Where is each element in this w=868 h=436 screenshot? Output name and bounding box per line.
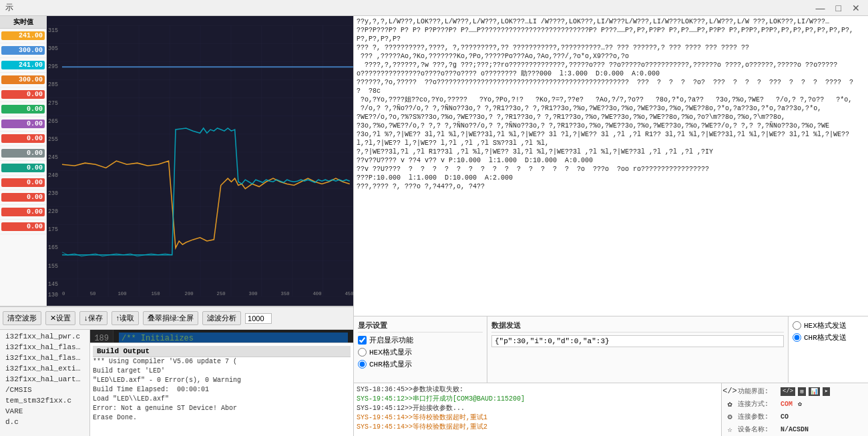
device-value: N/ACSDN	[781, 426, 809, 433]
device-icon: ☆	[724, 424, 735, 435]
channel-value: 0.00	[1, 120, 45, 128]
hex-send-option: HEX格式发送	[793, 320, 864, 331]
code-line-189: /** Initializes	[119, 333, 348, 343]
svg-text:400: 400	[312, 291, 321, 296]
file-tree: i32f1xx_hal_pwr.ci32f1xx_hal_flash.ci32f…	[0, 330, 90, 436]
file-tree-item[interactable]: i32f1xx_hal_flash_ex.c	[0, 353, 89, 363]
screen-button[interactable]: 叠翠捐绿:全屏	[143, 311, 198, 325]
channel-item: 0.00	[0, 132, 46, 146]
code-content[interactable]: /** Initializes * in the RCC Osc	[114, 330, 353, 343]
status-item-interface: </> 功能界面: </> ⊞ 📊 ➤	[724, 386, 865, 397]
channel-item: 0.00	[0, 117, 46, 132]
save-button[interactable]: ↓保存	[79, 311, 107, 325]
right-status-panel: </> 功能界面: </> ⊞ 📊 ➤ ✿ 连接方式: COM ✿	[721, 383, 868, 436]
params-icon: ⚙	[724, 411, 735, 422]
status-item-params: ⚙ 连接参数: CO	[724, 411, 865, 422]
status-item-device: ☆ 设备名称: N/ACSDN	[724, 424, 865, 435]
file-tree-item[interactable]: /CMSIS	[0, 385, 89, 395]
channel-item: 300.00	[0, 43, 46, 58]
enable-display-checkbox[interactable]	[358, 336, 367, 345]
hex-send-radio[interactable]	[793, 321, 801, 330]
file-tree-item[interactable]: i32f1xx_hal_pwr.c	[0, 331, 89, 342]
line-numbers: 189 190	[90, 330, 114, 343]
count-input[interactable]	[245, 313, 272, 324]
file-tree-item[interactable]: i32f1xx_hal_flash.c	[0, 342, 89, 353]
clear-waveform-button[interactable]: 清空波形	[3, 311, 41, 325]
chart-canvas[interactable]: 315 305 295 285 275 265 255 245 240 230 …	[47, 16, 353, 306]
status-item-connection: ✿ 连接方式: COM ✿	[724, 399, 865, 409]
svg-text:240: 240	[48, 172, 58, 179]
chr-send-label: CHR格式发送	[804, 333, 847, 343]
interface-icons-row: </> ⊞ 📊 ➤	[781, 387, 830, 396]
svg-text:285: 285	[48, 81, 58, 88]
channel-value: 0.00	[1, 193, 45, 202]
svg-text:150: 150	[151, 291, 160, 296]
channel-value: 0.00	[1, 134, 45, 143]
send-options-panel: HEX格式发送 CHR格式发送	[788, 316, 868, 383]
svg-text:300: 300	[249, 291, 258, 296]
svg-text:350: 350	[281, 291, 290, 296]
line-num-189: 189	[94, 333, 109, 343]
display-settings-title: 显示设置	[358, 320, 483, 333]
settings-button[interactable]: ✕设置	[45, 311, 75, 325]
data-send-panel: 数据发送	[487, 316, 788, 383]
channel-item: 0.00	[0, 176, 46, 190]
svg-text:265: 265	[48, 118, 58, 125]
main-layout: 实时值 241.00300.00241.00300.000.000.000.00…	[0, 16, 868, 436]
code-keyword-span: /** Initializes	[122, 334, 194, 343]
file-tree-item[interactable]: i32f1xx_hal_exti.c	[0, 363, 89, 374]
enable-display-label: 开启显示功能	[369, 335, 413, 345]
chr-display-radio[interactable]	[358, 360, 367, 369]
svg-text:315: 315	[48, 27, 58, 34]
minimize-button[interactable]: —	[813, 3, 828, 13]
maximize-button[interactable]: □	[833, 3, 844, 13]
text-display-area: ??y,?,?,L/W???,LOK???,L/W???,L/W???,LOK?…	[354, 16, 868, 316]
log-entry: SYS-19:45:12>>串口打开成功[COM3@BAUD:115200]	[357, 394, 718, 403]
build-output-text: *** Using Compiler 'V5.06 update 7 ( Bui…	[93, 357, 351, 423]
channel-value: 300.00	[1, 46, 45, 55]
channel-item: 241.00	[0, 58, 46, 73]
svg-text:255: 255	[48, 136, 58, 143]
channel-value: 0.00	[1, 164, 45, 172]
build-output-title: Build Output	[93, 346, 351, 357]
hex-display-option: HEX格式显示	[358, 347, 483, 357]
log-entry: SYS-18:36:45>>参数块读取失败:	[357, 385, 718, 394]
svg-text:155: 155	[48, 263, 58, 270]
hex-display-radio[interactable]	[358, 348, 367, 357]
svg-text:100: 100	[118, 291, 126, 296]
chr-send-radio[interactable]	[793, 333, 801, 342]
svg-text:220: 220	[48, 208, 58, 215]
channel-value: 300.00	[1, 75, 45, 84]
interface-chart-icon[interactable]: 📊	[809, 387, 820, 396]
channel-header: 实时值	[0, 16, 46, 29]
channel-value: 0.00	[1, 90, 45, 99]
interface-grid-icon[interactable]: ⊞	[798, 387, 805, 396]
svg-text:0: 0	[62, 291, 65, 296]
file-tree-item[interactable]: d.c	[0, 417, 89, 427]
channel-value: 0.00	[1, 149, 45, 158]
code-editor: 189 190 /** Initializes * in the RCC Osc	[90, 330, 353, 343]
interface-code-icon[interactable]: </>	[781, 387, 795, 396]
channel-item: 0.00	[0, 205, 46, 220]
file-tree-item[interactable]: tem_stm32f1xx.c	[0, 395, 89, 406]
channel-value: 0.00	[1, 222, 45, 231]
load-button[interactable]: ↑读取	[112, 311, 140, 325]
file-tree-item[interactable]: i32f1xx_hal_uart.c	[0, 374, 89, 385]
file-tree-item[interactable]: VARE	[0, 406, 89, 417]
right-panel: ??y,?,?,L/W???,LOK???,L/W???,L/W???,LOK?…	[354, 16, 868, 436]
params-value: CO	[781, 413, 789, 421]
log-panel: SYS-18:36:45>>参数块读取失败:SYS-19:45:12>>串口打开…	[354, 383, 721, 436]
svg-rect-1	[47, 25, 353, 297]
window-controls: — □ ✕	[813, 3, 863, 13]
svg-text:245: 245	[48, 154, 58, 161]
params-label: 连接参数:	[738, 412, 778, 421]
analysis-button[interactable]: 滤波分析	[202, 311, 241, 325]
interface-send-icon[interactable]: ➤	[823, 387, 830, 396]
svg-text:130: 130	[48, 292, 58, 298]
oscilloscope-svg: 315 305 295 285 275 265 255 245 240 230 …	[47, 16, 353, 306]
close-button[interactable]: ✕	[849, 3, 863, 13]
hex-send-label: HEX格式发送	[804, 320, 847, 331]
log-entry: SYS-19:45:14>>等待校验数据超时,重试1	[357, 413, 718, 422]
svg-text:200: 200	[185, 291, 194, 296]
data-send-input[interactable]	[491, 335, 784, 347]
